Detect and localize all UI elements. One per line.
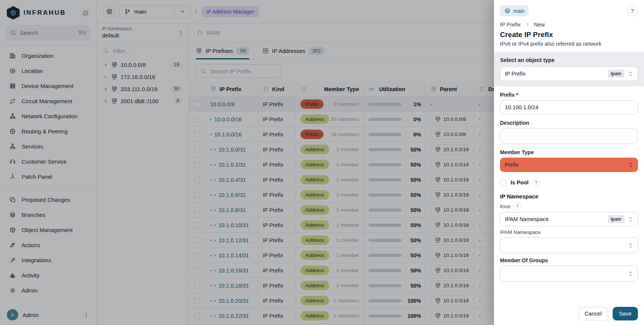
drawer-subtitle: IPv6 or IPv4 prefix also referred as net…	[500, 41, 638, 47]
is-pool-checkbox[interactable]	[500, 179, 507, 186]
drawer-breadcrumb-leaf: New	[534, 22, 545, 28]
chevron-updown-icon	[627, 71, 634, 77]
create-prefix-drawer: main ? IP Prefix New Create IP Prefix IP…	[494, 0, 644, 325]
chevron-updown-icon	[627, 216, 634, 223]
kind-select[interactable]: IPAM Namespace Ipam	[500, 212, 638, 226]
ipam-namespace-label: IPAM Namespace	[500, 229, 638, 235]
object-type-label: Select an object type	[500, 57, 638, 63]
create-prefix-form: Prefix * Description Member Type Prefix …	[494, 87, 644, 325]
cancel-button[interactable]: Cancel	[578, 307, 608, 320]
description-field-textarea[interactable]	[500, 128, 638, 144]
chevron-updown-icon	[628, 162, 634, 168]
help-button[interactable]: ?	[627, 5, 638, 17]
drawer-footer: Cancel Save	[500, 302, 638, 320]
is-pool-row: Is Pool ?	[500, 179, 638, 186]
kind-badge: Ipam	[608, 215, 624, 223]
member-type-field-label: Member Type	[500, 149, 638, 155]
object-type-value: IP Prefix	[505, 71, 526, 77]
chevron-updown-icon	[627, 242, 634, 249]
prefix-field-input[interactable]	[500, 100, 638, 115]
member-of-groups-select[interactable]	[500, 266, 638, 282]
ip-namespace-section-label: IP Namespace	[500, 193, 638, 200]
description-field-label: Description	[500, 120, 638, 126]
chevron-updown-icon	[627, 271, 634, 277]
drawer-title: Create IP Prefix	[500, 31, 638, 39]
member-of-groups-label: Member Of Groups	[500, 257, 638, 263]
object-type-section: Select an object type IP Prefix Ipam	[494, 52, 644, 87]
drawer-breadcrumb-root[interactable]: IP Prefix	[500, 22, 521, 28]
member-type-select[interactable]: Prefix	[500, 158, 638, 172]
drawer-breadcrumb: IP Prefix New	[500, 21, 638, 28]
kind-value: IPAM Namespace	[505, 216, 549, 222]
drawer-header: main ? IP Prefix New Create IP Prefix IP…	[494, 0, 644, 52]
kind-help-icon[interactable]: ?	[513, 203, 521, 210]
member-type-value: Prefix	[505, 162, 519, 168]
save-button[interactable]: Save	[613, 307, 638, 320]
drawer-branch-badge: main	[500, 5, 529, 16]
chevron-right-icon	[524, 21, 531, 28]
kind-label-row: Kind ?	[500, 203, 638, 210]
branch-layers-icon	[504, 8, 511, 14]
is-pool-label: Is Pool	[511, 180, 529, 186]
object-type-badge: Ipam	[608, 70, 624, 78]
kind-label: Kind	[500, 204, 510, 209]
is-pool-help-icon[interactable]: ?	[533, 179, 540, 186]
drawer-branch-name: main	[513, 8, 525, 14]
ipam-namespace-select[interactable]	[500, 237, 638, 253]
prefix-field-label: Prefix *	[500, 92, 638, 98]
infrahub-app: INFRAHUB Search ⌘K OrganizationLocationD…	[0, 0, 644, 325]
object-type-select[interactable]: IP Prefix Ipam	[500, 67, 638, 81]
